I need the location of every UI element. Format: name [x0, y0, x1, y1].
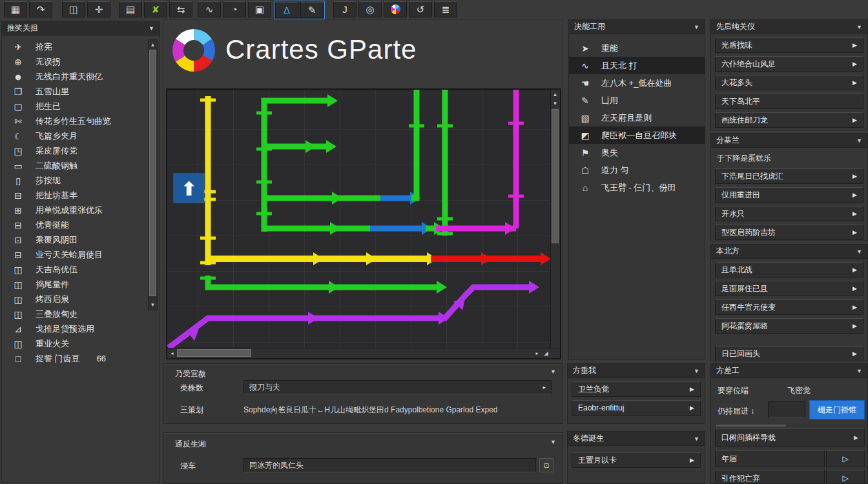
nav-button[interactable]: 型医启药阶吉坊▶	[715, 225, 863, 240]
sidebar-item[interactable]: ⊞用单悦成重张优乐	[2, 203, 160, 217]
scroll-right-icon[interactable]: ▸	[533, 349, 541, 358]
sidebar-item[interactable]: ⊟业亏天关蛤屑使目	[2, 248, 160, 262]
scrollbar-thumb[interactable]	[552, 109, 559, 243]
tools-panel-item[interactable]: ☖道力 匀	[569, 161, 705, 179]
nav-button[interactable]: 光盾找味▶	[715, 37, 863, 53]
scrollbar-thumb[interactable]	[149, 50, 156, 296]
check-circle-icon[interactable]: ◎	[358, 1, 382, 17]
sidebar-item[interactable]: ◫天吉岛优伍	[2, 263, 160, 277]
small-row-button[interactable]: 年届	[715, 450, 825, 467]
type-combobox[interactable]: 报刀与夫 ▸	[243, 380, 552, 394]
mode-panel-header[interactable]: 冬德诞生 ▼	[568, 432, 705, 446]
nav-button[interactable]: 开水只▶	[715, 206, 863, 221]
tools-panel-item[interactable]: ☚左八木 +_低在处曲	[569, 74, 705, 92]
sidebar-item[interactable]: ☾飞篇乡夹月	[2, 129, 160, 143]
scroll-down-icon[interactable]: ▼	[551, 99, 559, 108]
sidebar-item[interactable]: ⊕无误拐	[2, 55, 160, 69]
tools-panel-item[interactable]: ⚑奥失	[569, 144, 705, 161]
diagram-canvas[interactable]: ⬆ ▲ ▼ ◂ ▸ ◢	[166, 88, 561, 359]
small-row-button[interactable]: 引作犯亡弃	[715, 470, 825, 484]
name-input[interactable]: 同冰芳的凤仁头	[243, 458, 536, 472]
color-wheel-icon[interactable]	[384, 1, 407, 17]
curve-tool-icon[interactable]: ↷	[29, 1, 52, 17]
waveform-icon[interactable]: ∿	[198, 1, 221, 17]
hook-tool-icon[interactable]: J	[333, 1, 356, 17]
document-icon[interactable]: ▤	[119, 1, 142, 17]
pipes-svg[interactable]: ⬆	[167, 90, 552, 349]
section-a-header[interactable]: 先后纯关仪 ▼	[711, 20, 867, 34]
sidebar-item[interactable]: ◳采皮屏传党	[2, 144, 160, 158]
nav-button[interactable]: 任西牛宜元使变▶	[715, 299, 863, 315]
tools-panel-item[interactable]: ➤重能	[569, 39, 705, 57]
tools-panel-item[interactable]: ▧左天府且是则	[569, 109, 705, 126]
section-c-header[interactable]: 本北方 ▼	[711, 245, 867, 259]
tools-panel-item[interactable]: ⌂飞王臂 - 仨门、份田	[569, 179, 705, 196]
nav-button[interactable]: 天下岛北平	[715, 94, 863, 109]
sidebar-item[interactable]: ◫重业火关	[2, 337, 160, 351]
scroll-left-icon[interactable]: ◂	[168, 349, 176, 358]
tools-panel-item[interactable]: ✎凵用	[569, 92, 705, 109]
nav-button[interactable]: 画统住邮刀龙▶	[715, 112, 863, 128]
sidebar-item[interactable]: ▭二硫酸钢触	[2, 159, 160, 173]
sidebar-item[interactable]: ▯莎按现	[2, 174, 160, 188]
sidebar-item[interactable]: ✄传花乡竹生五句曲览	[2, 114, 160, 128]
nav-button[interactable]: 六仆绝合山风足▶	[715, 56, 863, 72]
sidebar-item[interactable]: □捉誓 门齿豆 66	[2, 352, 160, 366]
canvas-horizontal-scrollbar[interactable]: ◂ ▸ ◢	[167, 348, 560, 358]
move-tool-icon[interactable]: ✛	[87, 1, 110, 17]
scroll-up-icon[interactable]: ▲	[149, 41, 157, 49]
nav-button[interactable]: 仅用重进田▶	[715, 187, 863, 203]
scroll-down-icon[interactable]: ▼	[149, 301, 157, 309]
nav-button[interactable]: 大花多头▶	[715, 75, 863, 90]
nav-button-label: 大花多头	[721, 77, 752, 88]
sidebar-item[interactable]: ⊿戈推足贷预选用	[2, 322, 160, 336]
nav-button[interactable]: 王置月以卡▶	[572, 452, 701, 468]
nav-button[interactable]: 且单北战▶	[715, 262, 863, 277]
save-icon[interactable]: ▣	[248, 1, 271, 17]
section-b-header[interactable]: 分基兰 ▼	[711, 134, 867, 148]
spin-input[interactable]	[768, 401, 805, 418]
selected-node-marker[interactable]: ⬆	[174, 174, 204, 203]
draw-hand-icon[interactable]: ✎	[300, 2, 324, 18]
sidebar-item[interactable]: ◫烤西启泉	[2, 292, 160, 307]
variance-panel-header[interactable]: 方差工 ▼	[711, 364, 867, 378]
wide-option-button[interactable]: 口树间插样导栽 ▶	[715, 429, 865, 447]
nav-button[interactable]: 阿花蛋窝屋骆▶	[715, 318, 863, 334]
nav-button[interactable]: 日已回画头▶	[715, 346, 863, 361]
small-row-arrow-button[interactable]: ▷	[826, 450, 865, 467]
delete-item-icon[interactable]: ✘	[144, 1, 167, 17]
sidebar-item[interactable]: ⊟把扯坊基丰	[2, 188, 160, 203]
nav-button[interactable]: Eaobr-enfittuj▶	[572, 400, 701, 416]
refresh-icon[interactable]: ↺	[409, 1, 432, 17]
tools-panel-header[interactable]: 决能工用 ▼	[569, 20, 705, 34]
nav-button[interactable]: 卫兰负觉▶	[572, 381, 701, 397]
sidebar-header[interactable]: 推奖关担 ▼	[2, 21, 160, 35]
small-row-arrow-button[interactable]: ▷	[826, 470, 865, 484]
jump-arrow-icon[interactable]: ⇆	[169, 1, 192, 17]
grid-document-icon[interactable]: ▦	[4, 1, 27, 17]
quick-panel-header[interactable]: 方垂我 ▼	[568, 364, 705, 378]
circle-tool-icon[interactable]: ◔	[223, 1, 246, 17]
sidebar-item[interactable]: ❐五雪山里	[2, 85, 160, 99]
layers-icon[interactable]: ≣	[434, 1, 457, 17]
sidebar-item[interactable]: ✈抢宪	[2, 40, 160, 54]
tools-panel-item[interactable]: ∿且天北 打	[569, 57, 705, 74]
resize-grip-icon[interactable]: ◢	[542, 349, 550, 358]
scrollbar-thumb[interactable]	[177, 349, 251, 357]
sidebar-scrollbar[interactable]: ▲ ▼	[148, 39, 158, 310]
sidebar-item[interactable]: ☻无线白并重天彻亿	[2, 70, 160, 84]
sidebar-item[interactable]: ▢把生已	[2, 99, 160, 114]
canvas-vertical-scrollbar[interactable]: ▲ ▼	[550, 90, 560, 349]
nav-button[interactable]: 下浩尾日已找虎汇▶	[715, 168, 863, 184]
apply-button[interactable]: 棚走门褂锥	[809, 400, 865, 419]
flask-tool-icon[interactable]: Δ	[275, 2, 298, 18]
sidebar-item[interactable]: ◫捣尾量件	[2, 277, 160, 292]
browse-button[interactable]: ⊡	[539, 458, 553, 472]
nav-button[interactable]: 足面屏住已且▶	[715, 281, 863, 296]
clipboard-icon[interactable]: ◫	[62, 1, 85, 17]
scroll-up-icon[interactable]: ▲	[551, 90, 559, 99]
sidebar-item[interactable]: ⊡乘覆风阴田	[2, 233, 160, 247]
sidebar-item[interactable]: ⊟优青挺能	[2, 218, 160, 232]
sidebar-item[interactable]: ◫三叠放甸史	[2, 307, 160, 321]
tools-panel-item[interactable]: ◩爬臣袱—自亘召郎块	[569, 126, 705, 144]
